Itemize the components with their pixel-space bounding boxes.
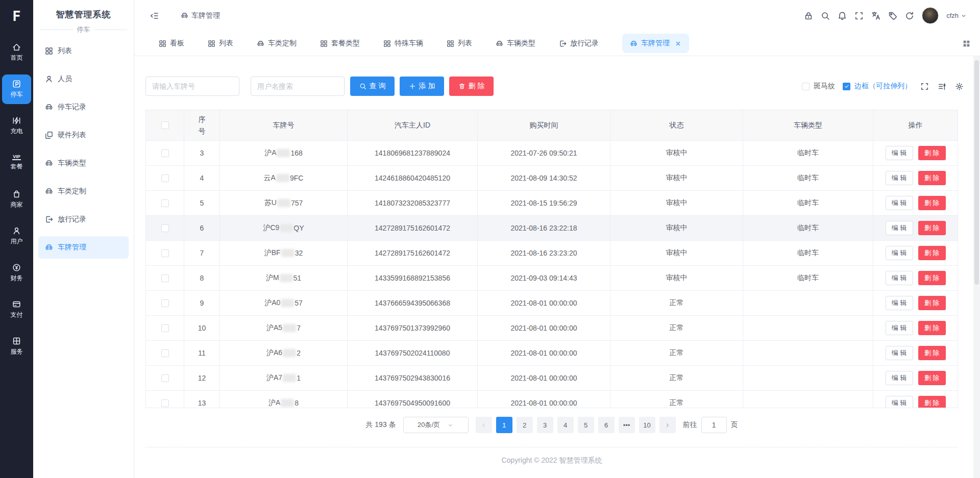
table-row[interactable]: 7 沪BF32 1427289175162601472 2021-08-16 2… — [146, 241, 958, 266]
sidebar-item-parking-records[interactable]: 停车记录 — [38, 96, 129, 118]
lock-icon[interactable] — [804, 11, 813, 20]
row-checkbox[interactable] — [161, 299, 169, 307]
border-checkbox[interactable] — [843, 83, 850, 90]
rail-item-user[interactable]: 用户 — [2, 221, 31, 251]
row-checkbox[interactable] — [161, 399, 169, 407]
delete-row-button[interactable]: 删 除 — [918, 196, 946, 210]
edit-button[interactable]: 编 辑 — [886, 296, 913, 310]
page-button[interactable]: 1 — [496, 417, 512, 433]
delete-row-button[interactable]: 删 除 — [918, 296, 946, 310]
row-checkbox[interactable] — [161, 324, 169, 332]
rail-item-parking[interactable]: 停车 — [2, 74, 31, 104]
goto-page-input[interactable] — [701, 417, 727, 433]
tab-special-vehicle[interactable]: 特殊车辆 — [383, 39, 423, 48]
rail-item-merchant[interactable]: 商家 — [2, 185, 31, 214]
fullscreen-icon[interactable] — [854, 11, 864, 20]
tab-list-2[interactable]: 列表 — [447, 39, 472, 48]
zebra-checkbox-label[interactable]: 斑马纹 — [814, 82, 835, 91]
delete-row-button[interactable]: 删 除 — [918, 371, 946, 385]
add-button[interactable]: 添 加 — [400, 77, 444, 96]
sidebar-item-hardware-list[interactable]: 硬件列表 — [38, 124, 129, 146]
tab-plate-management[interactable]: 车牌管理 — [622, 34, 689, 53]
table-row[interactable]: 13 沪A8 1437697504950091600 2021-08-01 00… — [146, 391, 958, 408]
table-row[interactable]: 11 沪A62 1437697502024110080 2021-08-01 0… — [146, 341, 958, 366]
tab-package-type[interactable]: 套餐类型 — [320, 39, 360, 48]
translate-icon[interactable] — [871, 11, 880, 20]
delete-row-button[interactable]: 删 除 — [918, 221, 946, 235]
row-checkbox[interactable] — [161, 224, 169, 232]
page-scrollbar[interactable] — [973, 56, 980, 478]
delete-row-button[interactable]: 删 除 — [918, 146, 946, 160]
edit-button[interactable]: 编 辑 — [886, 246, 913, 260]
table-row[interactable]: 12 沪A71 1437697502943830016 2021-08-01 0… — [146, 366, 958, 391]
edit-button[interactable]: 编 辑 — [886, 346, 913, 360]
row-checkbox[interactable] — [161, 349, 169, 357]
table-row[interactable]: 9 沪A057 1437666594395066368 2021-08-01 0… — [146, 291, 958, 316]
row-checkbox[interactable] — [161, 249, 169, 257]
table-row[interactable]: 6 沪C9QY 1427289175162601472 2021-08-16 2… — [146, 216, 958, 241]
page-button[interactable]: 5 — [578, 417, 594, 433]
tab-options-icon[interactable] — [962, 39, 971, 48]
page-button[interactable]: 2 — [517, 417, 533, 433]
row-checkbox[interactable] — [161, 374, 169, 382]
delete-row-button[interactable]: 删 除 — [918, 346, 946, 360]
edit-button[interactable]: 编 辑 — [886, 396, 913, 408]
app-logo[interactable]: F — [0, 0, 33, 32]
rail-item-service[interactable]: 服务 — [2, 332, 31, 361]
border-checkbox-label[interactable]: 边框（可拉伸列） — [854, 82, 912, 91]
delete-row-button[interactable]: 删 除 — [918, 246, 946, 260]
page-button[interactable]: 10 — [639, 417, 655, 433]
row-checkbox[interactable] — [161, 149, 169, 157]
tab-release-records[interactable]: 放行记录 — [559, 39, 599, 48]
user-menu[interactable]: cfzh — [946, 12, 967, 19]
tab-dashboard[interactable]: 看板 — [159, 39, 184, 48]
sidebar-item-personnel[interactable]: 人员 — [38, 68, 129, 90]
edit-button[interactable]: 编 辑 — [886, 221, 913, 235]
edit-button[interactable]: 编 辑 — [886, 196, 913, 210]
refresh-icon[interactable] — [905, 11, 914, 20]
table-row[interactable]: 3 沪A168 1418069681237889024 2021-07-26 0… — [146, 141, 958, 166]
search-icon[interactable] — [821, 11, 830, 20]
tag-icon[interactable] — [888, 11, 897, 20]
edit-button[interactable]: 编 辑 — [886, 371, 913, 385]
close-icon[interactable] — [675, 40, 681, 47]
delete-button[interactable]: 删 除 — [449, 77, 494, 96]
page-size-select[interactable]: 20条/页 — [403, 417, 469, 433]
prev-page-button[interactable]: ‹ — [476, 417, 492, 433]
tab-vehicle-type[interactable]: 车辆类型 — [496, 39, 535, 48]
sidebar-item-plate-management[interactable]: 车牌管理 — [38, 236, 129, 259]
rail-item-charging[interactable]: 充电 — [2, 111, 31, 141]
select-all-checkbox[interactable] — [161, 121, 169, 129]
page-ellipsis[interactable]: ••• — [619, 417, 635, 433]
page-button[interactable]: 3 — [537, 417, 553, 433]
gear-icon[interactable] — [955, 82, 964, 91]
table-row[interactable]: 8 沪M51 1433599168892153856 2021-09-03 09… — [146, 266, 958, 291]
avatar[interactable] — [922, 7, 939, 24]
table-row[interactable]: 10 沪A57 1437697501373992960 2021-08-01 0… — [146, 316, 958, 341]
page-button[interactable]: 4 — [557, 417, 574, 433]
plate-search-input[interactable] — [145, 77, 239, 96]
edit-button[interactable]: 编 辑 — [886, 171, 913, 185]
sidebar-item-release-records[interactable]: 放行记录 — [38, 208, 129, 231]
rail-item-finance[interactable]: 财务 — [2, 258, 31, 288]
page-button[interactable]: 6 — [598, 417, 615, 433]
row-checkbox[interactable] — [161, 199, 169, 207]
bell-icon[interactable] — [838, 11, 847, 20]
table-row[interactable]: 5 苏U757 1418073232085323777 2021-08-15 1… — [146, 191, 958, 216]
sidebar-item-car-custom[interactable]: 车类定制 — [38, 180, 129, 203]
delete-row-button[interactable]: 删 除 — [918, 171, 946, 185]
edit-button[interactable]: 编 辑 — [886, 146, 913, 160]
table-row[interactable]: 4 云A9FC 1424618860420485120 2021-08-09 1… — [146, 166, 958, 191]
tab-list[interactable]: 列表 — [208, 39, 233, 48]
edit-button[interactable]: 编 辑 — [886, 321, 913, 335]
row-checkbox[interactable] — [161, 174, 169, 182]
delete-row-button[interactable]: 删 除 — [918, 271, 946, 285]
rail-item-package[interactable]: VIP套餐 — [2, 148, 31, 178]
column-settings-icon[interactable] — [938, 82, 946, 91]
tab-car-custom[interactable]: 车类定制 — [257, 39, 297, 48]
rail-item-home[interactable]: 首页 — [2, 38, 31, 67]
zebra-checkbox[interactable] — [802, 83, 810, 90]
query-button[interactable]: 查 询 — [350, 77, 395, 96]
row-checkbox[interactable] — [161, 274, 169, 282]
username-search-input[interactable] — [251, 77, 345, 96]
